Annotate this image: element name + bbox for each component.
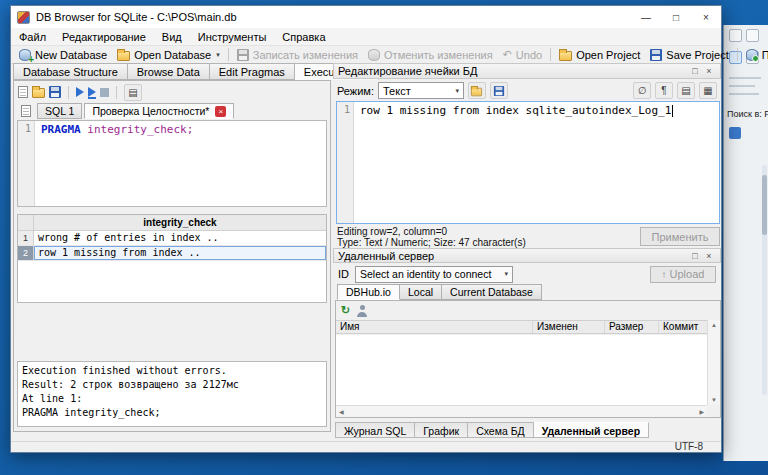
menu-help[interactable]: Справка (274, 29, 333, 45)
bg-scrollbar[interactable] (762, 165, 767, 395)
scroll-up-icon[interactable]: ▲ (711, 322, 717, 328)
remote-table-body (336, 335, 707, 405)
grid-view-button[interactable]: ▦ (699, 82, 717, 99)
mode-combobox[interactable]: Текст ▾ (378, 82, 464, 99)
save-sql-file-icon[interactable] (49, 86, 61, 98)
set-null-button[interactable]: ∅ (633, 82, 651, 99)
execute-sql-icon[interactable] (76, 87, 84, 97)
execute-current-line-icon[interactable] (88, 87, 96, 97)
word-wrap-button[interactable]: ¶ (655, 82, 673, 99)
bg-divider (729, 85, 755, 87)
close-button[interactable]: × (691, 6, 721, 28)
tab-dbhub[interactable]: DBHub.io (337, 284, 400, 300)
toolbar-separator (228, 48, 229, 61)
column-changed[interactable]: Изменен (533, 321, 605, 333)
export-text-button[interactable] (490, 82, 508, 99)
dock-float-icon[interactable]: □ (688, 251, 702, 261)
row-number-cell[interactable]: 1 (18, 231, 34, 245)
table-row[interactable]: 2 row 1 missing from index .. (18, 246, 326, 261)
main-tab-bar: Database Structure Browse Data Edit Prag… (13, 63, 379, 80)
encoding-selector[interactable]: UTF-8 (675, 442, 703, 452)
maximize-button[interactable]: □ (661, 6, 691, 28)
remote-identity-row: ID Select an identity to connect ▾ ↑ Upl… (333, 265, 721, 283)
dock-float-icon[interactable]: □ (688, 66, 702, 76)
bg-scrollbar-thumb[interactable] (762, 175, 767, 235)
toolbar-separator (737, 48, 738, 61)
column-size[interactable]: Размер (605, 321, 659, 333)
menu-edit[interactable]: Редактирование (54, 29, 154, 45)
remote-tab-bar: DBHub.io Local Current Database (337, 284, 542, 300)
column-commit[interactable]: Коммит (659, 321, 707, 333)
column-name[interactable]: Имя (336, 321, 533, 333)
result-cell-selected[interactable]: row 1 missing from index .. (34, 246, 326, 260)
identity-combobox[interactable]: Select an identity to connect ▾ (355, 266, 513, 283)
table-row[interactable]: 1 wrong # of entries in index .. (18, 231, 326, 246)
tab-local[interactable]: Local (400, 284, 442, 300)
scroll-right-icon[interactable]: ▶ (699, 408, 704, 415)
tab-browse-data[interactable]: Browse Data (128, 63, 210, 80)
chevron-down-icon: ▾ (216, 51, 220, 59)
tab-remote-server[interactable]: Удаленный сервер (534, 422, 649, 438)
refresh-icon[interactable]: ↻ (341, 304, 350, 317)
results-corner-cell[interactable] (18, 215, 34, 230)
title-bar[interactable]: DB Browser for SQLite - C:\POS\main.db —… (11, 6, 721, 28)
open-project-button[interactable]: Open Project (554, 46, 645, 63)
revert-changes-icon (368, 49, 380, 61)
main-toolbar: New Database Open Database ▾ Записать из… (11, 46, 721, 64)
remote-dock-titlebar[interactable]: Удаленный сервер □ × (333, 248, 721, 263)
menu-tools[interactable]: Инструменты (190, 29, 275, 45)
tab-edit-pragmas[interactable]: Edit Pragmas (210, 63, 295, 80)
remote-panel: ↻ Имя Изменен Размер Коммит ▲ ▼ ◀ ▶ (335, 300, 721, 418)
row-number-cell-selected[interactable]: 2 (18, 246, 34, 260)
upload-button[interactable]: ↑ Upload (650, 266, 716, 283)
scroll-down-icon[interactable]: ▼ (711, 397, 717, 403)
dock-close-icon[interactable]: × (702, 251, 716, 261)
save-project-button[interactable]: Save Project (645, 46, 733, 63)
print-cell-button[interactable]: ▤ (677, 82, 695, 99)
import-icon (471, 87, 482, 96)
tab-sql-log[interactable]: Журнал SQL (335, 422, 415, 438)
cell-editor-dock-titlebar[interactable]: Редактирование ячейки БД □ × (333, 63, 721, 79)
minimize-button[interactable]: — (631, 6, 661, 28)
print-sql-icon[interactable]: ▤ (124, 84, 142, 101)
new-tab-icon (21, 105, 31, 117)
tab-database-structure[interactable]: Database Structure (13, 63, 128, 80)
menu-file[interactable]: Файл (11, 29, 54, 45)
results-column-header[interactable]: integrity_check (34, 215, 326, 230)
bg-divider (729, 77, 761, 79)
sql-tab-1[interactable]: SQL 1 (37, 103, 82, 119)
log-line: Result: 2 строк возвращено за 2127мс (22, 378, 322, 392)
dock-title-label: Редактирование ячейки БД (338, 65, 477, 77)
sql-editor[interactable]: 1 PRAGMA integrity_check; (17, 120, 327, 207)
open-sql-file-icon[interactable] (32, 88, 45, 98)
vertical-scrollbar[interactable]: ▲ ▼ (707, 320, 720, 405)
cell-edit-textarea[interactable]: 1 row 1 missing from index sqlite_autoin… (336, 101, 720, 224)
bg-window-button[interactable] (729, 29, 742, 42)
dock-close-icon[interactable]: × (702, 66, 716, 76)
new-database-button[interactable]: New Database (14, 46, 112, 63)
sql-tab-integrity-check[interactable]: Проверка Целостности* × (84, 103, 234, 119)
horizontal-scrollbar[interactable]: ◀ ▶ (336, 405, 707, 417)
apply-button[interactable]: Применить (640, 227, 720, 246)
tab-plot[interactable]: График (415, 422, 468, 438)
attach-database-button[interactable]: Прикрепить БД (741, 46, 768, 63)
result-cell[interactable]: wrong # of entries in index .. (34, 231, 326, 245)
user-identity-icon[interactable] (356, 305, 368, 317)
attach-database-icon (746, 49, 758, 61)
new-sql-file-icon[interactable] (18, 86, 28, 98)
close-tab-icon[interactable]: × (215, 106, 226, 117)
chevron-down-icon: ▾ (498, 270, 508, 278)
bg-window-button[interactable] (746, 29, 759, 42)
undo-button[interactable]: ↶ Undo (498, 46, 548, 63)
import-text-button[interactable] (468, 82, 486, 99)
stop-execution-icon[interactable] (100, 88, 109, 97)
menu-view[interactable]: Вид (154, 29, 190, 45)
apply-button-wrap: Применить (640, 227, 720, 246)
scroll-left-icon[interactable]: ◀ (339, 408, 344, 415)
revert-changes-button[interactable]: Отменить изменения (363, 46, 498, 63)
new-sql-tab-button[interactable] (17, 103, 35, 119)
tab-db-schema[interactable]: Схема БД (468, 422, 534, 438)
open-database-button[interactable]: Open Database ▾ (112, 46, 225, 63)
tab-current-database[interactable]: Current Database (442, 284, 542, 300)
write-changes-button[interactable]: Записать изменения (232, 46, 363, 63)
